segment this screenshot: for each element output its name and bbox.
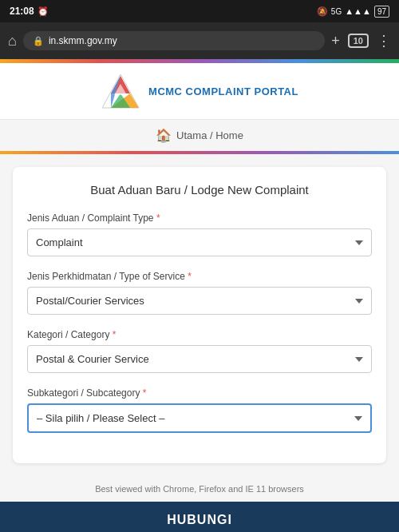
category-select[interactable]: Postal & Courier Service Other (27, 345, 372, 373)
required-marker-4: * (143, 387, 147, 399)
tab-count[interactable]: 10 (348, 34, 369, 48)
home-breadcrumb-icon: 🏠 (156, 128, 172, 143)
subcategory-select[interactable]: – Sila pilih / Please Select – Postal Co… (27, 403, 372, 433)
complaint-type-group: Jenis Aduan / Complaint Type * Complaint… (27, 212, 372, 256)
form-title: Buat Aduan Baru / Lodge New Complaint (27, 183, 372, 197)
battery-icon: 97 (374, 6, 389, 18)
silent-icon: 🔕 (317, 6, 328, 17)
more-menu-button[interactable]: ⋮ (377, 32, 391, 50)
home-icon[interactable]: ⌂ (8, 33, 17, 50)
required-marker: * (156, 212, 160, 224)
site-logo-text: MCMC COMPLAINT PORTAL (148, 85, 298, 97)
status-left: 21:08 ⏰ (10, 6, 49, 17)
breadcrumb-bar: 🏠 Utama / Home (0, 120, 399, 151)
page-content: MCMC MCMC COMPLAINT PORTAL 🏠 Utama / Hom… (0, 63, 399, 502)
subcategory-group: Subkategori / Subcategory * – Sila pilih… (27, 387, 372, 433)
browser-actions: + 10 ⋮ (331, 32, 391, 50)
logo-area: MCMC MCMC COMPLAINT PORTAL (101, 73, 298, 109)
bottom-dark-bar: HUBUNGI (0, 502, 399, 532)
type-of-service-select[interactable]: Postal/Courier Services Telecommunicatio… (27, 287, 372, 315)
gradient-bar-section (0, 151, 399, 154)
site-header: MCMC MCMC COMPLAINT PORTAL (0, 63, 399, 120)
category-group: Kategori / Category * Postal & Courier S… (27, 329, 372, 373)
wifi-icon: ▲▲▲ (345, 6, 371, 16)
status-right: 🔕 5G ▲▲▲ 97 (317, 6, 389, 18)
lock-icon: 🔒 (33, 36, 44, 46)
browser-chrome: ⌂ 🔒 in.skmm.gov.my + 10 ⋮ (0, 22, 399, 59)
breadcrumb-text: Utama / Home (176, 129, 243, 141)
required-marker-3: * (113, 329, 117, 340)
url-text: in.skmm.gov.my (49, 35, 117, 46)
complaint-type-label: Jenis Aduan / Complaint Type * (27, 212, 372, 224)
required-marker-2: * (188, 271, 192, 282)
form-card: Buat Aduan Baru / Lodge New Complaint Je… (13, 167, 386, 463)
status-time: 21:08 (10, 6, 34, 17)
hubungi-label: HUBUNGI (167, 513, 232, 526)
complaint-type-select[interactable]: Complaint Enquiry Feedback (27, 228, 372, 256)
footer-note: Best viewed with Chrome, Firefox and IE … (0, 476, 399, 502)
status-bar: 21:08 ⏰ 🔕 5G ▲▲▲ 97 (0, 0, 399, 22)
url-bar[interactable]: 🔒 in.skmm.gov.my (23, 31, 325, 50)
type-of-service-label: Jenis Perkhidmatan / Type of Service * (27, 271, 372, 282)
add-tab-button[interactable]: + (331, 33, 340, 50)
subcategory-label: Subkategori / Subcategory * (27, 387, 372, 399)
alarm-icon: ⏰ (38, 6, 49, 17)
category-label: Kategori / Category * (27, 329, 372, 340)
signal-indicator: 5G (331, 7, 342, 16)
type-of-service-group: Jenis Perkhidmatan / Type of Service * P… (27, 271, 372, 315)
mcmc-logo: MCMC (101, 73, 140, 109)
